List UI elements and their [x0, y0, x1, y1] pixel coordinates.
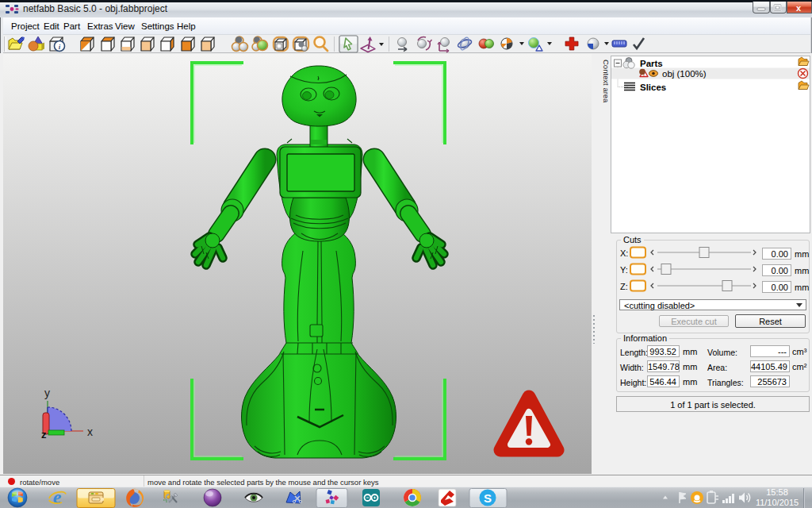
- svg-text:obj (100%): obj (100%): [662, 69, 707, 79]
- svg-text:y: y: [44, 387, 50, 399]
- svg-text:Parts: Parts: [640, 59, 663, 68]
- svg-text:15:58: 15:58: [766, 487, 788, 497]
- svg-text:x: x: [87, 425, 93, 438]
- svg-text:Slices: Slices: [640, 83, 666, 92]
- svg-text:e: e: [53, 487, 62, 507]
- svg-text:S: S: [484, 491, 492, 505]
- svg-text:x: x: [796, 3, 802, 13]
- svg-text:11/10/2015: 11/10/2015: [756, 498, 799, 507]
- svg-text:z: z: [41, 429, 47, 441]
